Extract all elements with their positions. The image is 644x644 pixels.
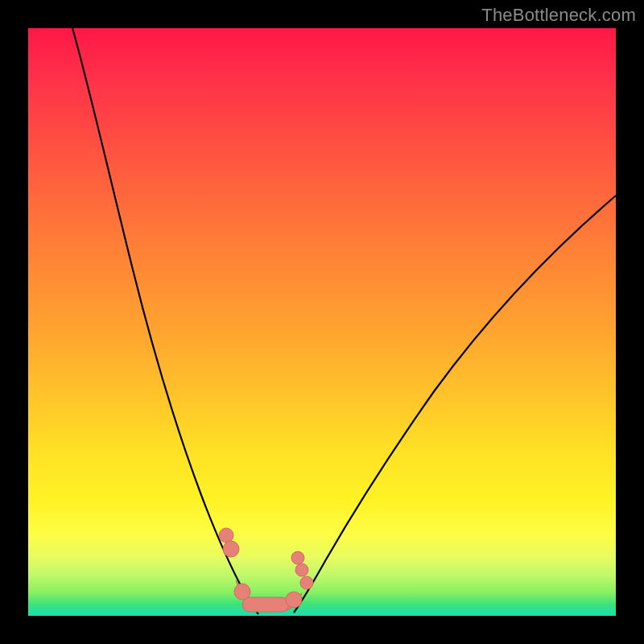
marker-dot [223, 541, 239, 557]
marker-dot [234, 584, 250, 600]
marker-dot [300, 576, 313, 589]
marker-dot [286, 592, 302, 608]
watermark-text: TheBottleneck.com [481, 5, 636, 26]
chart-svg [28, 28, 616, 616]
marker-dot [291, 551, 304, 564]
marker-dot [219, 528, 233, 543]
chart-frame: TheBottleneck.com [0, 0, 644, 644]
marker-valley-fill [242, 597, 289, 612]
right-curve [294, 196, 616, 613]
marker-dot [295, 564, 308, 576]
left-curve [72, 28, 258, 614]
plot-area [28, 28, 616, 616]
